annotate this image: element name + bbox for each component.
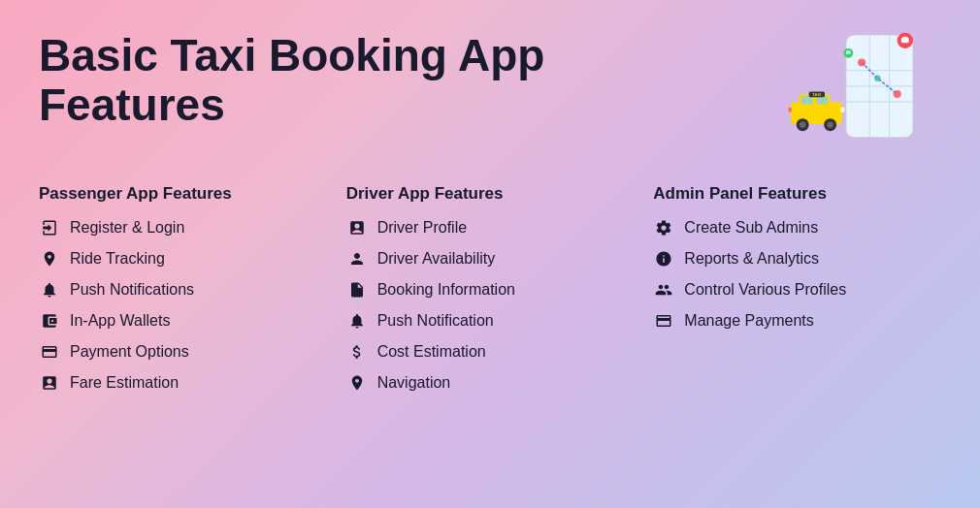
taxi-illustration: TAXI bbox=[767, 31, 941, 157]
admin-column: Admin Panel Features Create Sub Admins R… bbox=[653, 184, 941, 485]
list-item: Reports & Analytics bbox=[653, 248, 941, 270]
list-item: Create Sub Admins bbox=[653, 217, 941, 238]
manage-payments-icon bbox=[653, 310, 674, 332]
list-item: Push Notifications bbox=[39, 279, 327, 301]
login-icon bbox=[39, 217, 60, 238]
list-item: Booking Information bbox=[346, 279, 635, 301]
feature-label: Create Sub Admins bbox=[684, 219, 818, 237]
list-item: Cost Estimation bbox=[346, 341, 635, 363]
feature-label: Cost Estimation bbox=[377, 343, 486, 361]
features-grid: Passenger App Features Register & Login … bbox=[39, 184, 941, 485]
feature-label: Push Notifications bbox=[70, 281, 194, 299]
passenger-header: Passenger App Features bbox=[39, 184, 327, 204]
title-line1: Basic Taxi Booking App bbox=[39, 30, 544, 80]
feature-label: In-App Wallets bbox=[70, 312, 170, 330]
driver-profile-icon bbox=[346, 217, 368, 238]
feature-label: Reports & Analytics bbox=[684, 250, 819, 268]
sub-admins-icon bbox=[653, 217, 674, 238]
feature-label: Payment Options bbox=[70, 343, 189, 361]
list-item: Driver Profile bbox=[346, 217, 635, 238]
feature-label: Driver Availability bbox=[377, 250, 496, 268]
payment-icon bbox=[39, 341, 60, 363]
list-item: Ride Tracking bbox=[39, 248, 327, 270]
availability-icon bbox=[346, 248, 368, 270]
svg-point-14 bbox=[800, 121, 806, 128]
booking-info-icon bbox=[346, 279, 368, 301]
list-item: Register & Login bbox=[39, 217, 327, 238]
feature-label: Push Notification bbox=[377, 312, 494, 330]
push-notif-icon bbox=[346, 310, 368, 332]
passenger-column: Passenger App Features Register & Login … bbox=[39, 184, 327, 485]
title-line2: Features bbox=[39, 79, 225, 130]
feature-label: Register & Login bbox=[70, 219, 184, 237]
list-item: Push Notification bbox=[346, 310, 635, 332]
wallet-icon bbox=[39, 310, 60, 332]
feature-label: Driver Profile bbox=[377, 219, 467, 237]
list-item: Fare Estimation bbox=[39, 372, 327, 394]
feature-label: Fare Estimation bbox=[70, 374, 179, 392]
list-item: Payment Options bbox=[39, 341, 327, 363]
list-item: Control Various Profiles bbox=[653, 279, 941, 301]
admin-header: Admin Panel Features bbox=[653, 184, 941, 204]
reports-icon bbox=[653, 248, 674, 270]
feature-label: Control Various Profiles bbox=[684, 281, 846, 299]
navigation-icon bbox=[346, 372, 368, 394]
feature-label: Ride Tracking bbox=[70, 250, 165, 268]
tracking-icon bbox=[39, 248, 60, 270]
list-item: Navigation bbox=[346, 372, 635, 394]
svg-text:TAXI: TAXI bbox=[812, 92, 821, 97]
feature-label: Manage Payments bbox=[684, 312, 813, 330]
cost-icon bbox=[346, 341, 368, 363]
main-title: Basic Taxi Booking App Features bbox=[39, 31, 544, 129]
bell-icon bbox=[39, 279, 60, 301]
list-item: Manage Payments bbox=[653, 310, 941, 332]
driver-header: Driver App Features bbox=[346, 184, 635, 204]
svg-rect-19 bbox=[840, 108, 844, 112]
feature-label: Navigation bbox=[377, 374, 451, 392]
feature-label: Booking Information bbox=[377, 281, 515, 299]
list-item: In-App Wallets bbox=[39, 310, 327, 332]
svg-point-16 bbox=[827, 121, 833, 128]
driver-column: Driver App Features Driver Profile Drive… bbox=[346, 184, 635, 485]
svg-rect-20 bbox=[789, 108, 792, 112]
fare-icon bbox=[39, 372, 60, 394]
list-item: Driver Availability bbox=[346, 248, 635, 270]
profiles-icon bbox=[653, 279, 674, 301]
